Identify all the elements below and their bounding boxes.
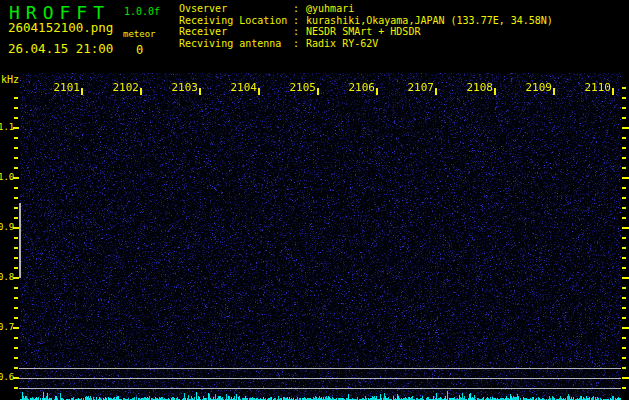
freq-tick xyxy=(14,237,18,239)
freq-tick-right xyxy=(622,167,626,169)
freq-tick xyxy=(13,327,19,329)
freq-tick xyxy=(14,367,18,369)
time-tick-label: 2102 xyxy=(112,81,139,94)
freq-tick-label: 0.7 xyxy=(0,322,13,332)
freq-tick-right xyxy=(622,97,626,99)
freq-tick-label: 1.1 xyxy=(0,122,13,132)
freq-tick xyxy=(14,387,18,389)
freq-tick xyxy=(14,147,18,149)
time-tick xyxy=(553,88,555,95)
freq-tick xyxy=(14,187,18,189)
freq-tick-right xyxy=(622,267,626,269)
freq-tick-right xyxy=(622,227,629,229)
freq-tick-right xyxy=(622,297,626,299)
freq-tick-right xyxy=(622,217,626,219)
time-tick xyxy=(376,88,378,95)
freq-tick-right xyxy=(622,237,626,239)
time-tick xyxy=(435,88,437,95)
freq-tick-right xyxy=(622,387,626,389)
freq-tick-right xyxy=(622,317,626,319)
station-info-row: Receiving Location:kurashiki,Okayama,JAP… xyxy=(179,15,553,27)
station-info-row: Receiver:NESDR SMArt + HDSDR xyxy=(179,26,553,38)
freq-tick-right xyxy=(622,127,629,129)
freq-tick xyxy=(14,137,18,139)
station-info: Ovserver:@yuhmari Receiving Location:kur… xyxy=(179,3,553,49)
freq-tick-label: 0.8 xyxy=(0,272,13,282)
freq-tick xyxy=(14,257,18,259)
time-tick xyxy=(317,88,319,95)
freq-tick xyxy=(14,287,18,289)
freq-tick xyxy=(14,207,18,209)
freq-tick-right xyxy=(622,327,629,329)
info-value: kurashiki,Okayama,JAPAN (133.77E, 34.58N… xyxy=(306,15,553,26)
freq-tick xyxy=(14,317,18,319)
freq-tick-right xyxy=(622,207,626,209)
freq-tick-right xyxy=(622,137,626,139)
info-value: Radix RY-62V xyxy=(306,38,378,49)
station-info-row: Ovserver:@yuhmari xyxy=(179,3,553,15)
freq-tick xyxy=(13,177,19,179)
hrofft-screen: kHz1.11.00.90.80.70.62101210221032104210… xyxy=(0,0,629,400)
spectrogram-noise-canvas xyxy=(20,73,621,400)
time-tick xyxy=(140,88,142,95)
time-tick xyxy=(199,88,201,95)
output-filename: 2604152100.png xyxy=(8,20,113,35)
freq-tick-right xyxy=(622,357,626,359)
time-tick xyxy=(612,88,614,95)
freq-tick-right xyxy=(622,247,626,249)
freq-tick xyxy=(14,117,18,119)
info-value: NESDR SMArt + HDSDR xyxy=(306,26,420,37)
freq-tick xyxy=(14,347,18,349)
freq-tick-right xyxy=(622,87,626,89)
freq-tick xyxy=(14,337,18,339)
time-tick xyxy=(494,88,496,95)
freq-tick xyxy=(14,267,18,269)
freq-tick-right xyxy=(622,337,626,339)
info-separator: : xyxy=(293,26,299,37)
info-separator: : xyxy=(293,38,299,49)
freq-tick-right xyxy=(622,307,626,309)
freq-tick-right xyxy=(622,347,626,349)
freq-tick-right xyxy=(622,367,626,369)
info-separator: : xyxy=(293,15,299,26)
info-label: Ovserver xyxy=(179,3,293,15)
time-tick-label: 2104 xyxy=(230,81,257,94)
time-tick-label: 2109 xyxy=(525,81,552,94)
freq-tick xyxy=(14,97,18,99)
freq-tick-right xyxy=(622,287,626,289)
reference-line xyxy=(19,378,621,379)
freq-tick xyxy=(14,217,18,219)
freq-tick-right xyxy=(622,147,626,149)
spectrogram-area: kHz1.11.00.90.80.70.62101210221032104210… xyxy=(0,0,629,400)
reference-line xyxy=(19,388,621,389)
station-info-row: Recviving antenna:Radix RY-62V xyxy=(179,38,553,50)
info-value: @yuhmari xyxy=(306,3,354,14)
freq-tick xyxy=(14,107,18,109)
time-tick-label: 2105 xyxy=(289,81,316,94)
freq-tick-right xyxy=(622,177,629,179)
freq-axis-unit-label: kHz xyxy=(1,74,19,85)
freq-tick-right xyxy=(622,107,626,109)
freq-tick xyxy=(13,127,19,129)
freq-tick-label: 0.9 xyxy=(0,222,13,232)
freq-tick-right xyxy=(622,187,626,189)
freq-tick-label: 1.0 xyxy=(0,172,13,182)
time-tick xyxy=(258,88,260,95)
freq-tick xyxy=(14,297,18,299)
freq-tick xyxy=(14,157,18,159)
time-tick-label: 2106 xyxy=(348,81,375,94)
freq-tick xyxy=(14,357,18,359)
freq-tick-right xyxy=(622,377,629,379)
time-tick-label: 2107 xyxy=(407,81,434,94)
time-tick-label: 2108 xyxy=(466,81,493,94)
freq-tick xyxy=(14,307,18,309)
info-label: Receiver xyxy=(179,26,293,38)
info-label: Receiving Location xyxy=(179,15,293,27)
time-tick-label: 2101 xyxy=(53,81,80,94)
freq-tick xyxy=(14,167,18,169)
freq-tick xyxy=(14,197,18,199)
info-label: Recviving antenna xyxy=(179,38,293,50)
freq-tick-right xyxy=(622,157,626,159)
info-separator: : xyxy=(293,3,299,14)
freq-tick-right xyxy=(622,277,629,279)
